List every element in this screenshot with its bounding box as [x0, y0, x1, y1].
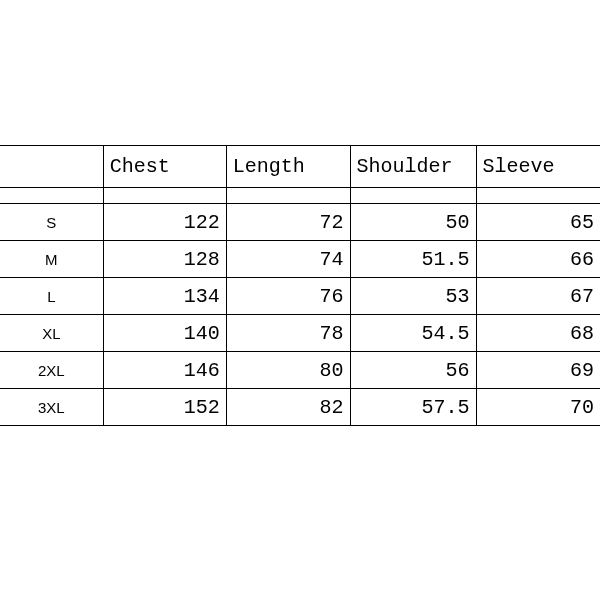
table-row: 2XL 146 80 56 69 — [0, 352, 600, 389]
shoulder-cell: 53 — [350, 278, 476, 315]
spacer-row — [0, 188, 600, 204]
length-cell: 74 — [226, 241, 350, 278]
header-sleeve: Sleeve — [476, 146, 600, 188]
table-row: XL 140 78 54.5 68 — [0, 315, 600, 352]
size-chart-table: Chest Length Shoulder Sleeve S 122 72 50… — [0, 145, 600, 426]
sleeve-cell: 66 — [476, 241, 600, 278]
header-length: Length — [226, 146, 350, 188]
sleeve-cell: 68 — [476, 315, 600, 352]
length-cell: 82 — [226, 389, 350, 426]
sleeve-cell: 65 — [476, 204, 600, 241]
shoulder-cell: 54.5 — [350, 315, 476, 352]
sleeve-cell: 69 — [476, 352, 600, 389]
length-cell: 72 — [226, 204, 350, 241]
size-chart-container: Chest Length Shoulder Sleeve S 122 72 50… — [0, 0, 600, 426]
length-cell: 78 — [226, 315, 350, 352]
size-cell: XL — [0, 315, 103, 352]
table-header-row: Chest Length Shoulder Sleeve — [0, 146, 600, 188]
length-cell: 76 — [226, 278, 350, 315]
chest-cell: 140 — [103, 315, 226, 352]
chest-cell: 128 — [103, 241, 226, 278]
length-cell: 80 — [226, 352, 350, 389]
header-empty — [0, 146, 103, 188]
chest-cell: 122 — [103, 204, 226, 241]
chest-cell: 146 — [103, 352, 226, 389]
table-row: S 122 72 50 65 — [0, 204, 600, 241]
sleeve-cell: 70 — [476, 389, 600, 426]
table-row: L 134 76 53 67 — [0, 278, 600, 315]
header-shoulder: Shoulder — [350, 146, 476, 188]
table-row: 3XL 152 82 57.5 70 — [0, 389, 600, 426]
size-cell: L — [0, 278, 103, 315]
sleeve-cell: 67 — [476, 278, 600, 315]
shoulder-cell: 57.5 — [350, 389, 476, 426]
header-chest: Chest — [103, 146, 226, 188]
chest-cell: 134 — [103, 278, 226, 315]
shoulder-cell: 51.5 — [350, 241, 476, 278]
chest-cell: 152 — [103, 389, 226, 426]
shoulder-cell: 56 — [350, 352, 476, 389]
size-cell: M — [0, 241, 103, 278]
table-row: M 128 74 51.5 66 — [0, 241, 600, 278]
size-cell: 2XL — [0, 352, 103, 389]
size-cell: S — [0, 204, 103, 241]
size-cell: 3XL — [0, 389, 103, 426]
shoulder-cell: 50 — [350, 204, 476, 241]
